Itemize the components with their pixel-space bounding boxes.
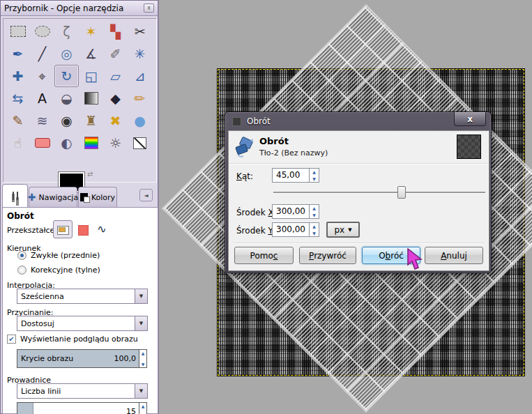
center-y-spinner[interactable]: ▲ ▼ — [310, 222, 319, 237]
free-select-tool-icon[interactable]: ζ — [54, 20, 79, 43]
preview-checkbox-label: Wyświetlanie podglądu obrazu — [20, 335, 138, 344]
clipping-dropdown[interactable]: Dostosuj ▼ — [17, 316, 148, 331]
image-opacity-slider[interactable]: Krycie obrazu 100,0 — [17, 349, 139, 368]
angle-label: Kąt: — [236, 171, 253, 181]
guides-spinner[interactable]: ▲ ▼ — [139, 402, 147, 414]
spin-up-icon[interactable]: ▲ — [142, 404, 145, 408]
crop-tool-icon[interactable]: ✐ — [103, 43, 128, 65]
angle-field[interactable]: 45,00 — [272, 168, 310, 183]
airbrush-tool-icon[interactable]: ≋ — [30, 109, 54, 132]
text-tool-icon[interactable]: A — [30, 87, 54, 109]
pencil-tool-icon[interactable]: ✏ — [128, 87, 152, 109]
center-y-field[interactable]: 300,00 — [272, 222, 310, 237]
clipping-value: Dostosuj — [17, 319, 135, 328]
select-by-color-tool-icon[interactable]: ▚ — [103, 20, 128, 43]
scale-tool-icon[interactable]: ◱ — [79, 65, 103, 87]
spin-up-icon: ▲ — [312, 206, 316, 210]
move-tool-icon[interactable]: ✚ — [6, 65, 30, 87]
tab-tool-options[interactable] — [2, 184, 28, 207]
preview-checkbox-row[interactable]: ✔ Wyświetlanie podglądu obrazu — [7, 335, 138, 344]
angle-slider-thumb[interactable] — [397, 186, 406, 199]
spin-down-icon: ▼ — [312, 231, 316, 235]
paintbrush-tool-icon[interactable]: ✎ — [6, 109, 30, 132]
flip-tool-icon[interactable]: ⇆ — [6, 87, 30, 109]
cancel-button[interactable]: Anuluj — [425, 247, 483, 264]
curves-tool-icon[interactable] — [128, 132, 152, 154]
toolbox-close-button[interactable]: x — [144, 3, 154, 13]
center-y-label: Środek Y: — [236, 226, 275, 236]
bucket-fill-tool-icon[interactable]: ◒ — [54, 87, 79, 109]
tab-nawigacja[interactable]: ✚ Nawigacja — [29, 187, 77, 207]
fuzzy-select-tool-icon[interactable]: ✶ — [79, 20, 103, 43]
dodge-burn-tool-icon[interactable]: ◉ — [54, 109, 79, 132]
tab-kolory[interactable]: Kolory — [78, 187, 117, 207]
threshold-tool-icon[interactable]: ◐ — [54, 132, 79, 154]
tool-options-panel: Obrót Przekształcenie: ∿ Kierunek Zwykłe… — [2, 207, 158, 414]
center-x-field[interactable]: 300,00 — [272, 204, 310, 219]
tool-icon-panel: ζ✶▚✂✒╱◎∡✐✳✚⌖↻◱▱⊿⇆A◒◆✏✎≋◉♜✖●☝◐☼ ⇄ — [3, 18, 157, 183]
rotate-tool-icon[interactable]: ↻ — [54, 65, 79, 87]
dropdown-arrow-icon: ▼ — [348, 227, 351, 233]
heal-tool-icon[interactable]: ✖ — [103, 109, 128, 132]
opacity-spinner[interactable]: ▲ ▼ — [139, 349, 147, 368]
center-y-spinbox[interactable]: 300,00 ▲ ▼ — [272, 222, 319, 237]
gradient-tool-icon[interactable] — [79, 87, 103, 109]
radio-direction-corrective[interactable]: Korekcyjne (tylne) — [17, 266, 100, 275]
paths-tool-icon[interactable]: ✒ — [6, 43, 30, 65]
unit-dropdown[interactable]: px ▼ — [326, 222, 360, 238]
dialog-icon — [232, 117, 241, 126]
blur-sharpen-tool-icon[interactable]: ● — [128, 109, 152, 132]
center-x-spinbox[interactable]: 300,00 ▲ ▼ — [272, 204, 319, 219]
radio-direction-normal[interactable]: Zwykłe (przednie) — [17, 251, 100, 260]
angle-slider-track[interactable] — [273, 192, 485, 193]
tool-grid: ζ✶▚✂✒╱◎∡✐✳✚⌖↻◱▱⊿⇆A◒◆✏✎≋◉♜✖●☝◐☼ — [6, 20, 155, 154]
spin-down-icon[interactable]: ▼ — [142, 362, 145, 366]
rect-select-tool-icon[interactable] — [6, 20, 30, 43]
spin-down-icon: ▼ — [312, 213, 316, 217]
hue-saturation-tool-icon[interactable] — [79, 132, 103, 154]
ellipse-select-tool-icon[interactable] — [30, 20, 54, 43]
center-x-spinner[interactable]: ▲ ▼ — [310, 204, 319, 219]
scissors-select-tool-icon[interactable]: ✂ — [128, 20, 152, 43]
opacity-value: 100,0 — [114, 354, 139, 363]
align-tool-icon[interactable]: ⌖ — [30, 65, 54, 87]
spin-up-icon[interactable]: ▲ — [142, 351, 145, 355]
measure-tool-icon[interactable]: ∡ — [79, 43, 103, 65]
dialog-body: Obrót Tło-2 (Bez nazwy) Kąt: 45,00 ▲ ▼ Ś… — [228, 130, 489, 271]
dialog-titlebar[interactable]: Obrót — [225, 112, 491, 130]
transform-layer-button[interactable] — [53, 220, 73, 238]
dialog-close-button[interactable]: x — [454, 112, 486, 126]
perspective-tool-icon[interactable]: ⊿ — [128, 65, 152, 87]
navigation-icon: ✚ — [28, 192, 36, 202]
color-picker-tool-icon[interactable]: ╱ — [30, 43, 54, 65]
unit-value: px — [334, 225, 344, 235]
toolbox-titlebar[interactable]: Przybornik - Opcje narzędzia x — [1, 1, 158, 16]
brightness-contrast-tool-icon[interactable]: ☼ — [103, 132, 128, 154]
reset-button[interactable]: Przywróć — [299, 247, 356, 264]
guides-count-slider[interactable]: 15 — [17, 402, 139, 414]
eraser-tool-icon[interactable] — [30, 132, 54, 154]
ink-tool-icon[interactable]: ◆ — [103, 87, 128, 109]
clone-tool-icon[interactable]: ♜ — [79, 109, 103, 132]
collapse-arrow-button[interactable]: ◄ — [139, 189, 153, 201]
guides-type-dropdown[interactable]: Liczba linii ▼ — [17, 383, 148, 399]
angle-spinbox[interactable]: 45,00 ▲ ▼ — [272, 168, 319, 183]
interpolation-dropdown[interactable]: Sześcienna ▼ — [17, 289, 148, 304]
help-button[interactable]: Pomoc — [234, 247, 294, 264]
dialog-title: Obrót — [247, 116, 271, 126]
transform-selection-button[interactable] — [78, 225, 89, 236]
cage-transform-tool-icon[interactable]: ✳ — [128, 43, 152, 65]
dropdown-arrow-icon: ▼ — [135, 316, 147, 330]
angle-spinner[interactable]: ▲ ▼ — [310, 168, 319, 183]
shear-tool-icon[interactable]: ▱ — [103, 65, 128, 87]
opacity-label: Krycie obrazu — [17, 354, 114, 363]
center-x-label: Środek X: — [236, 208, 277, 217]
smudge-tool-icon[interactable]: ☝ — [6, 132, 30, 154]
spin-down-icon: ▼ — [312, 177, 316, 181]
transform-path-button[interactable]: ∿ — [94, 220, 109, 237]
spin-up-icon: ▲ — [312, 224, 316, 228]
toolbox-title: Przybornik - Opcje narzędzia — [4, 3, 144, 13]
zoom-tool-icon[interactable]: ◎ — [54, 43, 79, 65]
swap-colors-icon[interactable]: ⇄ — [87, 170, 93, 178]
tab-kolory-label: Kolory — [91, 193, 115, 202]
